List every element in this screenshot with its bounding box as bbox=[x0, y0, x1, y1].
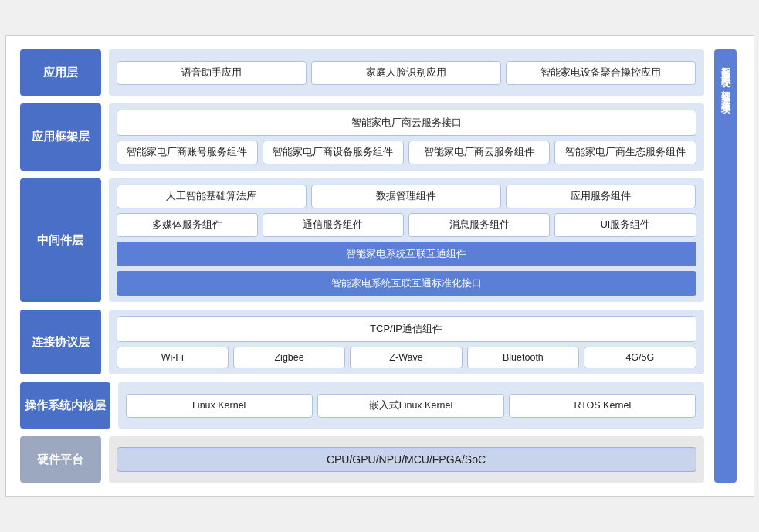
layer-content-app-layer: 语音助手应用家庭人脸识别应用智能家电设备聚合操控应用 bbox=[109, 49, 704, 96]
sidebar-divider bbox=[720, 77, 731, 78]
layer-middleware-layer: 中间件层人工智能基础算法库数据管理组件应用服务组件多媒体服务组件通信服务组件消息… bbox=[20, 178, 704, 302]
box-item: 4G/5G bbox=[584, 347, 696, 368]
box-item: 智能家电厂商设备服务组件 bbox=[263, 141, 404, 164]
box-row: 人工智能基础算法库数据管理组件应用服务组件 bbox=[117, 185, 696, 208]
blue-full-box: 智能家电系统互联互通标准化接口 bbox=[117, 271, 696, 296]
layer-content-middleware-layer: 人工智能基础算法库数据管理组件应用服务组件多媒体服务组件通信服务组件消息服务组件… bbox=[109, 178, 704, 302]
box-item: 家庭人脸识别应用 bbox=[311, 61, 501, 85]
box-item: 数据管理组件 bbox=[311, 185, 501, 208]
layer-framework-layer: 应用框架层智能家电厂商云服务接口智能家电厂商账号服务组件智能家电厂商设备服务组件… bbox=[20, 103, 704, 171]
sidebar-part2: 软硬件安全模块 bbox=[719, 83, 732, 99]
box-item: 智能家电厂商生态服务组件 bbox=[554, 141, 696, 164]
full-width-box: CPU/GPU/NPU/MCU/FPGA/SoC bbox=[117, 447, 696, 472]
box-item: Bluetooth bbox=[467, 347, 579, 368]
layer-hardware-layer: 硬件平台CPU/GPU/NPU/MCU/FPGA/SoC bbox=[20, 436, 704, 483]
box-item: 智能家电厂商云服务组件 bbox=[408, 141, 550, 164]
sidebar-part1: 智能家电系统 bbox=[719, 59, 732, 73]
layer-label-framework-layer: 应用框架层 bbox=[20, 103, 101, 171]
diagram-wrapper: 应用层语音助手应用家庭人脸识别应用智能家电设备聚合操控应用应用框架层智能家电厂商… bbox=[5, 35, 754, 497]
box-item: 消息服务组件 bbox=[408, 213, 550, 237]
layer-label-app-layer: 应用层 bbox=[20, 49, 101, 96]
box-row: 语音助手应用家庭人脸识别应用智能家电设备聚合操控应用 bbox=[117, 61, 696, 85]
layer-label-connection-layer: 连接协议层 bbox=[20, 310, 101, 374]
layer-os-layer: 操作系统内核层Linux Kernel嵌入式Linux KernelRTOS K… bbox=[20, 382, 704, 429]
blue-full-box: 智能家电系统互联互通组件 bbox=[117, 242, 696, 266]
full-width-box: TCP/IP通信组件 bbox=[117, 316, 696, 342]
box-item: 应用服务组件 bbox=[506, 185, 696, 208]
layer-content-hardware-layer: CPU/GPU/NPU/MCU/FPGA/SoC bbox=[109, 436, 704, 483]
layer-label-hardware-layer: 硬件平台 bbox=[20, 436, 101, 483]
box-item: Linux Kernel bbox=[126, 394, 313, 418]
box-item: 智能家电厂商账号服务组件 bbox=[117, 141, 258, 164]
box-item: 多媒体服务组件 bbox=[117, 213, 258, 237]
box-row: Linux Kernel嵌入式Linux KernelRTOS Kernel bbox=[126, 394, 696, 418]
full-width-box: 智能家电厂商云服务接口 bbox=[117, 110, 696, 136]
layer-content-os-layer: Linux Kernel嵌入式Linux KernelRTOS Kernel bbox=[118, 382, 704, 429]
main-diagram: 应用层语音助手应用家庭人脸识别应用智能家电设备聚合操控应用应用框架层智能家电厂商… bbox=[20, 49, 704, 483]
box-item: UI服务组件 bbox=[554, 213, 696, 237]
layer-label-os-layer: 操作系统内核层 bbox=[20, 382, 110, 429]
box-item: Z-Wave bbox=[350, 347, 462, 368]
layer-content-framework-layer: 智能家电厂商云服务接口智能家电厂商账号服务组件智能家电厂商设备服务组件智能家电厂… bbox=[109, 103, 704, 171]
box-item: 智能家电设备聚合操控应用 bbox=[506, 61, 696, 85]
box-item: 嵌入式Linux Kernel bbox=[317, 394, 504, 418]
box-row: 多媒体服务组件通信服务组件消息服务组件UI服务组件 bbox=[117, 213, 696, 237]
box-item: RTOS Kernel bbox=[509, 394, 696, 418]
layer-connection-layer: 连接协议层TCP/IP通信组件Wi-FiZigbeeZ-WaveBluetoot… bbox=[20, 310, 704, 374]
layer-app-layer: 应用层语音助手应用家庭人脸识别应用智能家电设备聚合操控应用 bbox=[20, 49, 704, 96]
box-row: Wi-FiZigbeeZ-WaveBluetooth4G/5G bbox=[117, 347, 696, 368]
layer-label-middleware-layer: 中间件层 bbox=[20, 178, 101, 302]
box-item: 人工智能基础算法库 bbox=[117, 185, 307, 208]
right-sidebar: 智能家电系统 软硬件安全模块 bbox=[712, 49, 740, 483]
sidebar-container: 智能家电系统 软硬件安全模块 bbox=[714, 49, 737, 483]
box-row: 智能家电厂商账号服务组件智能家电厂商设备服务组件智能家电厂商云服务组件智能家电厂… bbox=[117, 141, 696, 164]
box-item: 语音助手应用 bbox=[117, 61, 307, 85]
box-item: Wi-Fi bbox=[117, 347, 229, 368]
box-item: Zigbee bbox=[233, 347, 345, 368]
layer-content-connection-layer: TCP/IP通信组件Wi-FiZigbeeZ-WaveBluetooth4G/5… bbox=[109, 310, 704, 374]
box-item: 通信服务组件 bbox=[263, 213, 404, 237]
